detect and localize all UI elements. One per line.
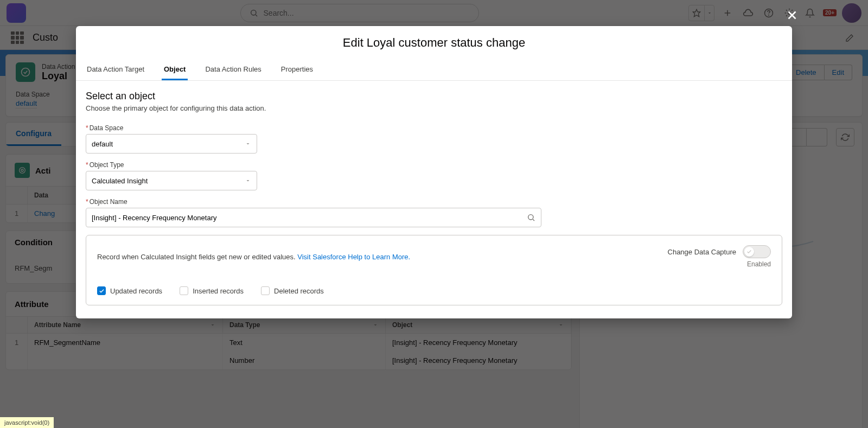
modal-tabs: Data Action Target Object Data Action Ru… (76, 60, 792, 81)
object-type-select[interactable]: Calculated Insight (86, 171, 257, 190)
search-icon (527, 213, 535, 222)
svg-point-12 (528, 215, 533, 220)
tab-data-action-rules[interactable]: Data Action Rules (203, 60, 263, 80)
cdc-label: Change Data Capture (668, 248, 736, 256)
status-bar: javascript:void(0) (0, 417, 54, 428)
cdc-toggle-state: Enabled (747, 260, 771, 268)
modal-overlay: Edit Loyal customer status change Data A… (0, 0, 868, 428)
cdc-help-link[interactable]: Visit Salesforce Help to Learn More. (297, 253, 410, 261)
chevron-down-icon (245, 140, 251, 147)
edit-modal: Edit Loyal customer status change Data A… (76, 26, 792, 318)
cdc-panel: Record when Calculated Insight fields ge… (86, 235, 782, 305)
object-type-field-label: *Object Type (86, 161, 782, 169)
check-inserted-records[interactable]: Inserted records (180, 286, 244, 295)
check-updated-records[interactable]: Updated records (97, 286, 162, 295)
object-name-field-label: *Object Name (86, 198, 782, 206)
tab-object[interactable]: Object (162, 60, 188, 80)
check-deleted-records[interactable]: Deleted records (261, 286, 324, 295)
close-icon[interactable] (783, 7, 801, 24)
select-object-heading: Select an object (86, 91, 782, 102)
data-space-field-label: *Data Space (86, 124, 782, 132)
cdc-description: Record when Calculated Insight fields ge… (97, 253, 410, 261)
cdc-toggle[interactable] (743, 245, 771, 258)
data-space-select[interactable]: default (86, 134, 257, 154)
select-object-subtext: Choose the primary object for configurin… (86, 104, 782, 112)
tab-properties[interactable]: Properties (279, 60, 315, 80)
tab-data-action-target[interactable]: Data Action Target (85, 60, 146, 80)
modal-title: Edit Loyal customer status change (76, 26, 792, 60)
chevron-down-icon (245, 177, 251, 184)
object-name-lookup[interactable]: [Insight] - Recency Frequency Monetary (86, 208, 541, 227)
svg-line-13 (533, 219, 534, 221)
